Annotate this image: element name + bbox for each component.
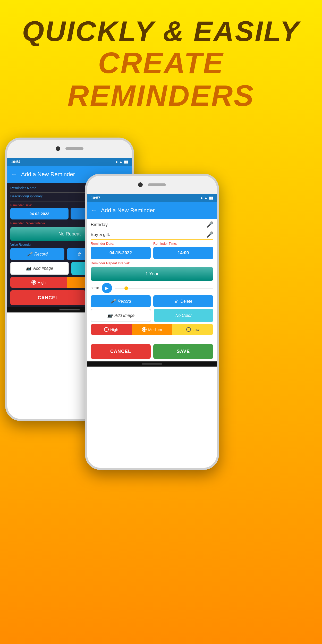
phone1-cancel-btn[interactable]: CANCEL bbox=[10, 290, 86, 305]
phone2-repeat-label: Reminder Repeat Interval: bbox=[91, 261, 213, 265]
phone2-notch bbox=[87, 176, 217, 194]
phone2-camera-icon: 📷 bbox=[107, 313, 113, 318]
phone2-audio-time: 00:10 bbox=[91, 286, 99, 290]
phone2-home-indicator bbox=[87, 361, 217, 367]
phone2-desc-row: 🎤 bbox=[91, 231, 213, 240]
phone2-status-icons: ● ▲ ▮▮ bbox=[201, 196, 213, 200]
phone2-add-image-btn[interactable]: 📷 Add Image bbox=[91, 309, 151, 322]
phone2-image-row: 📷 Add Image No Color bbox=[91, 309, 213, 322]
phone2-name-input[interactable] bbox=[91, 222, 206, 227]
phone2-no-color-btn[interactable]: No Color bbox=[154, 309, 213, 322]
phone2-speaker bbox=[148, 183, 166, 186]
phones-container: 10:54 ● ▲ ▮▮ ← Add a New Reminder Remind… bbox=[0, 122, 322, 612]
phone2-record-mic-icon: 🎤 bbox=[111, 299, 116, 304]
phone2-delete-btn[interactable]: 🗑 Delete bbox=[153, 295, 213, 307]
phone1-record-btn[interactable]: 🎤 Record bbox=[10, 248, 64, 260]
phone1-status-icons: ● ▲ ▮▮ bbox=[116, 160, 128, 164]
phone2-app-bar: ← Add a New Reminder bbox=[87, 202, 217, 219]
phone2-audio-progress[interactable] bbox=[115, 288, 213, 289]
phone1-camera-icon: 📷 bbox=[26, 266, 31, 271]
phone2-desc-input[interactable] bbox=[91, 232, 206, 237]
phone2-date-label: Reminder Date: bbox=[91, 242, 151, 245]
phone2-record-btn[interactable]: 🎤 Record bbox=[91, 295, 151, 307]
header-line1: QUICKLY & EASILY bbox=[0, 15, 322, 47]
phone2-repeat-btn[interactable]: 1 Year bbox=[91, 267, 213, 281]
phone1-app-title: Add a New Reminder bbox=[21, 171, 75, 178]
phone2-app-title: Add a New Reminder bbox=[101, 207, 155, 214]
phone2-record-row: 🎤 Record 🗑 Delete bbox=[91, 295, 213, 307]
header-section: QUICKLY & EASILY CREATE REMINDERS bbox=[0, 0, 322, 122]
phone2: 10:57 ● ▲ ▮▮ ← Add a New Reminder 🎤 bbox=[85, 174, 219, 470]
phone2-status-bar: 10:57 ● ▲ ▮▮ bbox=[87, 194, 217, 202]
phone1-mic-btn-icon: 🎤 bbox=[27, 252, 32, 257]
phone2-back-button[interactable]: ← bbox=[91, 207, 97, 214]
phone1-add-image-btn[interactable]: 📷 Add Image bbox=[10, 262, 69, 275]
phone2-audio-player: 00:10 ▶ bbox=[91, 283, 213, 293]
phone2-desc-mic-icon[interactable]: 🎤 bbox=[206, 231, 213, 238]
phone2-cancel-btn[interactable]: CANCEL bbox=[91, 344, 151, 359]
phone2-time-btn[interactable]: 14:00 bbox=[153, 247, 213, 259]
phone2-priority-high[interactable]: High bbox=[91, 324, 132, 335]
phone2-save-btn[interactable]: SAVE bbox=[153, 344, 213, 359]
phone2-priority-low[interactable]: Low bbox=[172, 324, 213, 335]
phone1-home-bar bbox=[59, 309, 80, 310]
phone2-priority-medium[interactable]: Medium bbox=[132, 324, 173, 335]
phone1-back-button[interactable]: ← bbox=[11, 171, 17, 178]
phone1-status-bar: 10:54 ● ▲ ▮▮ bbox=[7, 158, 132, 166]
phone1-radio-high bbox=[31, 280, 36, 285]
phone2-audio-dot bbox=[124, 286, 128, 290]
phone2-date-btn[interactable]: 04-15-2022 bbox=[91, 247, 151, 259]
phone2-name-mic-icon[interactable]: 🎤 bbox=[206, 221, 213, 228]
phone2-camera bbox=[138, 182, 143, 187]
phone2-bottom-btns: CANCEL SAVE bbox=[91, 344, 213, 359]
phone2-radio-high bbox=[104, 327, 109, 332]
phone2-radio-medium bbox=[142, 327, 147, 332]
phone2-home-bar bbox=[142, 363, 162, 365]
phone2-time-label: Reminder Time: bbox=[153, 242, 213, 245]
phone2-time: 10:57 bbox=[91, 196, 100, 200]
phone2-date-time-row: 04-15-2022 14:00 bbox=[91, 247, 213, 259]
phone2-radio-low bbox=[186, 327, 191, 332]
phone1-priority-high[interactable]: High bbox=[10, 277, 67, 288]
phone2-play-btn[interactable]: ▶ bbox=[102, 283, 112, 293]
phone1-speaker bbox=[65, 147, 83, 150]
header-line2: CREATE REMINDERS bbox=[0, 47, 322, 112]
phone1-camera bbox=[56, 146, 60, 151]
phone1-trash-icon: 🗑 bbox=[77, 252, 81, 257]
phone1-time: 10:54 bbox=[11, 160, 20, 164]
phone1-notch bbox=[7, 140, 132, 158]
phone1-date-btn[interactable]: 04-02-2022 bbox=[10, 208, 69, 219]
phone2-trash-icon: 🗑 bbox=[174, 299, 178, 304]
phone2-priority-row: High Medium Low bbox=[91, 324, 213, 335]
